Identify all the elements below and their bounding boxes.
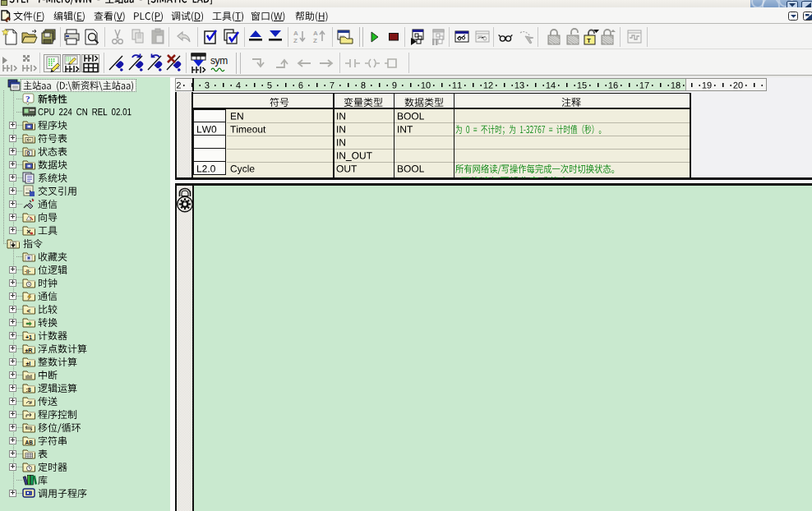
svg-text:±I: ±I [26,361,31,366]
svg-text:+1: +1 [25,334,32,340]
svg-text:<: < [27,307,31,315]
svg-text:0: 0 [27,150,30,156]
svg-text:AB: AB [25,440,34,445]
svg-text::8: :8 [26,387,31,393]
svg-text:±R: ±R [25,348,33,353]
svg-text:-||-: -||- [25,269,30,274]
